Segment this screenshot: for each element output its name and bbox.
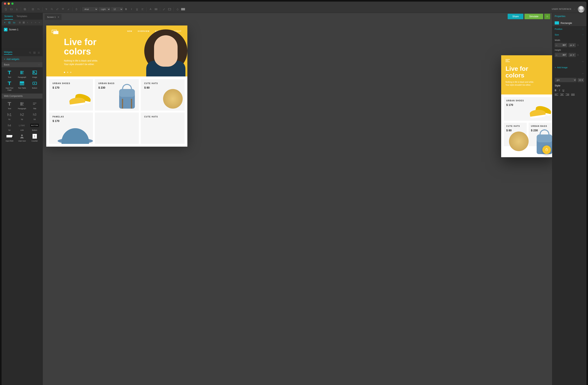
widget-title[interactable]: Title (29, 101, 41, 110)
widget-link[interactable]: LINKLink (16, 123, 28, 131)
height-unit[interactable]: px ▾ (568, 53, 576, 57)
widget-input-field[interactable]: Input field (3, 133, 15, 142)
cart-fab[interactable] (542, 146, 551, 154)
widget-h3[interactable]: h3h3 (29, 112, 41, 121)
arrow-left-icon[interactable] (26, 21, 29, 24)
text-color-icon[interactable]: A (148, 7, 153, 12)
new-file-icon[interactable] (3, 7, 8, 12)
tab-templates[interactable]: Templates (17, 15, 27, 20)
close-tab-icon[interactable]: × (58, 16, 59, 19)
product-card[interactable]: URBAN BAGS $ 230 (95, 79, 139, 110)
product-card[interactable]: URBAN SHOES $ 170 (49, 79, 93, 110)
collapse-row[interactable] (552, 59, 587, 64)
nav-new[interactable]: NEW (127, 30, 132, 32)
product-card[interactable]: PAMELAS $ 170 (49, 112, 93, 144)
lock-icon[interactable] (577, 54, 579, 56)
fill-color-icon[interactable] (154, 7, 158, 12)
underline-icon[interactable]: U (135, 7, 139, 12)
width-input[interactable]: ‹› (555, 43, 567, 47)
widget-text-table[interactable]: Text Table (16, 80, 28, 91)
underline-button[interactable]: U (563, 89, 564, 92)
stepper-icon[interactable]: ‹› (555, 53, 558, 57)
folder-icon[interactable] (13, 21, 16, 24)
swatch-icon[interactable] (181, 7, 185, 12)
widget-h1[interactable]: h1h1 (3, 112, 15, 121)
search-icon[interactable] (50, 7, 54, 12)
font-weight-select[interactable]: Light (99, 7, 110, 11)
arrow-right-icon[interactable] (30, 21, 33, 24)
border-icon[interactable] (167, 7, 172, 12)
collapse-row[interactable] (552, 71, 587, 76)
bold-button[interactable]: B (555, 89, 556, 92)
font-size-select[interactable]: 12 (111, 7, 123, 11)
text-size-input[interactable]: 12 ▾ (578, 78, 584, 82)
hamburger-icon[interactable] (505, 59, 510, 62)
widget-user-icon[interactable]: User Icon (16, 133, 28, 142)
image-icon[interactable] (8, 21, 11, 24)
simulate-button[interactable]: Simulate (525, 14, 543, 19)
opacity-icon[interactable] (175, 7, 180, 12)
widget-paragraph[interactable]: Paragraph (16, 70, 28, 78)
brush-icon[interactable] (66, 7, 71, 12)
widget-text[interactable]: Text (3, 70, 15, 78)
copy-icon[interactable] (22, 7, 27, 12)
user-role-dropdown[interactable]: USER INTERFACE (552, 8, 575, 10)
grid-icon[interactable] (22, 21, 25, 24)
size-section[interactable]: Size (552, 32, 587, 38)
pen-icon[interactable] (162, 7, 167, 12)
tab-screens[interactable]: Screens (4, 15, 13, 20)
product-card[interactable]: CUTE HATS (141, 112, 185, 144)
download-icon[interactable] (15, 7, 19, 12)
align-left-button[interactable] (555, 94, 558, 96)
desktop-mock[interactable]: NEW OVERVIEW GALLERY CONTACT Live forcol… (46, 25, 187, 143)
close-window-icon[interactable] (4, 2, 6, 5)
align-justify-button[interactable] (571, 94, 575, 96)
position-section[interactable]: Position (552, 26, 587, 32)
canvas-tab[interactable]: Screen 1 × (45, 14, 62, 20)
grid-view-icon[interactable] (33, 51, 36, 54)
mobile-mock[interactable]: Live forcolors Nothing in life is black … (501, 55, 552, 157)
product-card[interactable]: CUTE HATS $ 80 (504, 123, 527, 146)
arrow-up-icon[interactable] (34, 21, 37, 24)
category-web-components[interactable]: Web Components (1, 93, 42, 99)
widget-h2[interactable]: h2h2 (16, 112, 28, 121)
text-weight-select[interactable]: ght (555, 78, 576, 82)
add-screen-icon[interactable] (3, 21, 6, 24)
widget-web-button[interactable]: BUTTONButton (29, 123, 41, 131)
undo-icon[interactable] (36, 7, 41, 12)
search-icon[interactable] (29, 51, 32, 54)
device-icon[interactable] (74, 7, 79, 12)
product-card[interactable] (95, 112, 139, 144)
minimize-window-icon[interactable] (8, 2, 10, 5)
paint-icon[interactable] (61, 7, 65, 12)
open-folder-icon[interactable] (9, 7, 14, 12)
italic-button[interactable]: I (559, 89, 560, 92)
export-icon[interactable] (31, 7, 35, 12)
add-widgets-button[interactable]: + Add widgets (1, 56, 42, 62)
lock-icon[interactable] (577, 44, 579, 47)
bold-icon[interactable]: B (124, 7, 128, 12)
widget-image[interactable]: Image (29, 70, 41, 78)
widget-counter[interactable]: 1Counter (29, 133, 41, 142)
add-image-button[interactable]: + Add Image (552, 64, 587, 71)
width-unit[interactable]: px ▾ (568, 43, 576, 47)
screen-item[interactable]: Screen 1 (3, 27, 41, 32)
maximize-window-icon[interactable] (11, 2, 14, 5)
carousel-dots[interactable] (64, 72, 71, 73)
widget-button[interactable]: Button (29, 80, 41, 91)
align-right-button[interactable] (566, 94, 569, 96)
font-family-select[interactable]: Arial (82, 7, 98, 11)
italic-icon[interactable]: I (129, 7, 134, 12)
widget-input-text-field[interactable]: Input Text Field (3, 80, 15, 91)
width-value[interactable] (558, 43, 567, 47)
widget-h4[interactable]: h4h4 (3, 123, 15, 131)
stepper-icon[interactable]: ‹› (555, 43, 558, 47)
widget-web-paragraph[interactable]: Paragraph (16, 101, 28, 110)
align-center-button[interactable] (560, 94, 564, 96)
category-basic[interactable]: Basic (1, 62, 42, 67)
list-view-icon[interactable] (38, 51, 40, 54)
widget-web-text[interactable]: Text (3, 101, 15, 110)
product-card[interactable]: URBAN SHOES $ 170 (504, 97, 551, 121)
product-card[interactable]: CUTE HATS $ 80 (141, 79, 185, 110)
arrow-down-icon[interactable] (38, 21, 41, 24)
